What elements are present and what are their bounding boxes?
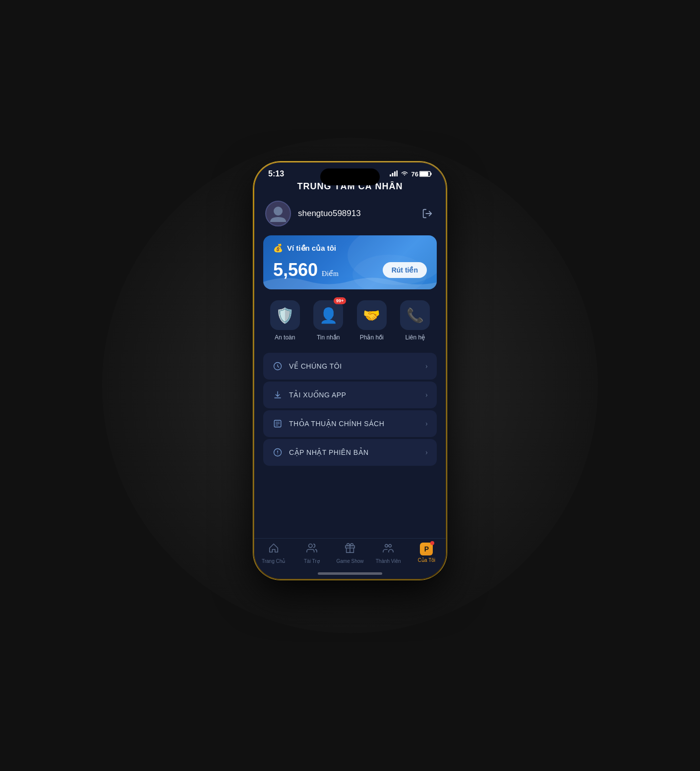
status-time: 5:13 xyxy=(268,169,284,178)
menu-icon-cap-nhat xyxy=(272,447,283,458)
tin-nhan-badge: 99+ xyxy=(334,297,346,304)
dynamic-island xyxy=(320,168,380,185)
menu-cap-nhat[interactable]: CẬP NHẬT PHIÊN BẢN › xyxy=(263,439,437,466)
nav-label-trang-chu: Trang Chủ xyxy=(262,558,285,564)
username: shengtuo598913 xyxy=(298,209,413,219)
avatar xyxy=(265,201,291,226)
action-icon-lien-he: 📞 xyxy=(400,300,430,330)
menu-arrow-tai-xuong: › xyxy=(425,390,428,399)
menu-tai-xuong-app[interactable]: TẢI XUỐNG APP › xyxy=(263,382,437,408)
profile-row: shengtuo598913 xyxy=(263,201,437,226)
action-phan-hoi[interactable]: 🤝 Phản hồi xyxy=(357,300,387,341)
nav-game-show[interactable]: Game Show xyxy=(331,543,369,564)
svg-point-7 xyxy=(274,207,283,216)
menu-arrow-thoa-thuan: › xyxy=(425,419,428,428)
wallet-card: 💰 Ví tiền của tôi 5,560 Điểm Rút tiền xyxy=(263,235,437,289)
svg-rect-5 xyxy=(431,173,432,175)
menu-arrow-ve-chung-toi: › xyxy=(425,362,428,371)
menu-list: VỀ CHÚNG TÔI › TẢI XUỐN xyxy=(263,353,437,466)
nav-thanh-vien[interactable]: Thành Viên xyxy=(369,543,408,564)
nav-label-cua-toi: Của Tôi xyxy=(418,557,435,563)
action-label-tin-nhan: Tin nhắn xyxy=(317,334,340,341)
withdraw-button[interactable]: Rút tiền xyxy=(383,262,427,278)
nav-label-tai-tro: Tài Trợ xyxy=(304,558,320,564)
menu-icon-ve-chung-toi xyxy=(272,361,283,372)
menu-arrow-cap-nhat: › xyxy=(425,448,428,457)
menu-thoa-thuan[interactable]: THỎA THUẬN CHÍNH SÁCH › xyxy=(263,410,437,437)
menu-text-thoa-thuan: THỎA THUẬN CHÍNH SÁCH xyxy=(289,420,384,428)
svg-rect-3 xyxy=(396,170,398,176)
battery-icon: 76 xyxy=(411,170,432,178)
phone-frame: 5:13 xyxy=(253,162,447,580)
quick-actions: 🛡️ An toàn 👤 99+ Tin nhắn 🤝 xyxy=(263,300,437,341)
action-icon-phan-hoi: 🤝 xyxy=(357,300,387,330)
nav-icon-tai-tro xyxy=(306,543,317,556)
menu-text-tai-xuong: TẢI XUỐNG APP xyxy=(289,391,346,399)
nav-cua-toi[interactable]: P Của Tôi xyxy=(408,543,446,563)
action-label-phan-hoi: Phản hồi xyxy=(360,334,384,341)
svg-point-17 xyxy=(308,544,312,548)
svg-rect-2 xyxy=(394,171,396,176)
svg-rect-6 xyxy=(420,172,428,176)
nav-icon-cua-toi: P xyxy=(420,543,433,555)
menu-icon-thoa-thuan xyxy=(272,418,283,429)
action-an-toan[interactable]: 🛡️ An toàn xyxy=(270,300,300,341)
signal-icon xyxy=(390,170,398,178)
menu-icon-tai-xuong xyxy=(272,389,283,400)
menu-text-ve-chung-toi: VỀ CHÚNG TÔI xyxy=(289,362,342,370)
nav-label-thanh-vien: Thành Viên xyxy=(376,558,401,564)
nav-tai-tro[interactable]: Tài Trợ xyxy=(292,543,331,564)
action-lien-he[interactable]: 📞 Liên hệ xyxy=(400,300,430,341)
svg-rect-1 xyxy=(392,173,393,176)
status-icons: 76 xyxy=(390,170,432,178)
nav-icon-thanh-vien xyxy=(383,543,394,556)
home-indicator xyxy=(318,572,382,575)
action-label-lien-he: Liên hệ xyxy=(405,334,425,341)
wifi-icon xyxy=(401,170,408,178)
svg-rect-0 xyxy=(390,174,391,176)
menu-text-cap-nhat: CẬP NHẬT PHIÊN BẢN xyxy=(289,448,369,456)
logout-button[interactable] xyxy=(420,206,435,221)
svg-point-19 xyxy=(389,545,392,548)
nav-cua-toi-dot xyxy=(430,541,434,545)
wallet-title: Ví tiền của tôi xyxy=(287,244,336,253)
action-tin-nhan[interactable]: 👤 99+ Tin nhắn xyxy=(313,300,343,341)
nav-trang-chu[interactable]: Trang Chủ xyxy=(254,543,292,564)
action-icon-an-toan: 🛡️ xyxy=(270,300,300,330)
nav-label-game-show: Game Show xyxy=(336,558,363,564)
action-icon-tin-nhan: 👤 99+ xyxy=(313,300,343,330)
nav-icon-game-show xyxy=(345,543,355,556)
wallet-emoji: 💰 xyxy=(273,243,283,253)
svg-point-16 xyxy=(277,453,278,454)
nav-icon-trang-chu xyxy=(268,543,279,556)
action-label-an-toan: An toàn xyxy=(275,334,295,341)
menu-ve-chung-toi[interactable]: VỀ CHÚNG TÔI › xyxy=(263,353,437,380)
svg-point-18 xyxy=(385,545,388,548)
